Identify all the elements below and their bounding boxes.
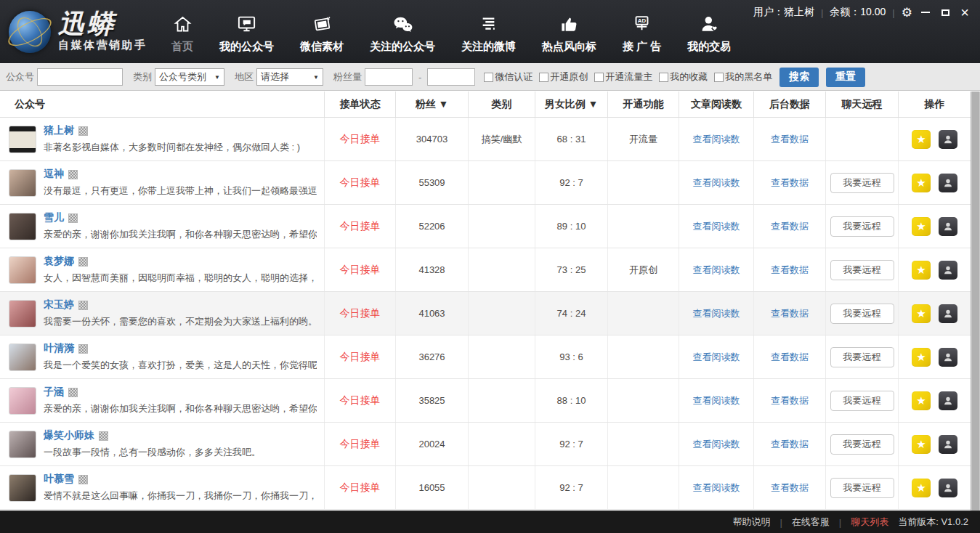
- filter-checkbox-2[interactable]: 开通流量主: [594, 70, 652, 84]
- favorite-star-button[interactable]: ★: [912, 130, 931, 149]
- fans-max-input[interactable]: [427, 68, 475, 86]
- search-button[interactable]: 搜索: [779, 68, 819, 87]
- qrcode-badge-icon[interactable]: [78, 257, 88, 266]
- view-data-link[interactable]: 查看数据: [771, 133, 809, 146]
- view-data-link[interactable]: 查看数据: [771, 394, 809, 407]
- online-service-link[interactable]: 在线客服: [792, 516, 830, 529]
- contact-person-button[interactable]: [939, 391, 957, 410]
- view-data-link[interactable]: 查看数据: [771, 438, 809, 451]
- account-name[interactable]: 子涵: [44, 386, 64, 399]
- nav-item-7[interactable]: 我的交易: [687, 13, 731, 54]
- view-reads-link[interactable]: 查看阅读数: [693, 351, 740, 364]
- view-reads-link[interactable]: 查看阅读数: [693, 264, 740, 277]
- view-data-link[interactable]: 查看数据: [771, 220, 809, 233]
- filter-checkbox-3[interactable]: 我的收藏: [659, 70, 708, 84]
- fans-min-input[interactable]: [365, 68, 413, 86]
- minimize-button[interactable]: [919, 6, 932, 19]
- scrollbar-thumb[interactable]: [972, 91, 979, 510]
- qrcode-badge-icon[interactable]: [78, 475, 88, 484]
- account-name[interactable]: 袁梦娜: [44, 255, 74, 268]
- account-name[interactable]: 猪上树: [44, 124, 74, 137]
- remote-button[interactable]: 我要远程: [830, 304, 894, 324]
- checkbox-icon[interactable]: [539, 73, 548, 82]
- remote-button[interactable]: 我要远程: [830, 347, 894, 367]
- view-reads-link[interactable]: 查看阅读数: [693, 176, 740, 190]
- column-header-4[interactable]: 男女比例 ▼: [535, 91, 608, 117]
- view-data-link[interactable]: 查看数据: [771, 351, 809, 364]
- filter-checkbox-4[interactable]: 我的黑名单: [714, 70, 772, 84]
- chat-list-link[interactable]: 聊天列表: [851, 516, 888, 529]
- view-data-link[interactable]: 查看数据: [771, 481, 809, 495]
- favorite-star-button[interactable]: ★: [912, 261, 931, 280]
- nav-item-4[interactable]: 关注的微博: [461, 13, 516, 54]
- favorite-star-button[interactable]: ★: [912, 348, 931, 367]
- star-icon: ★: [916, 307, 926, 320]
- column-header-2[interactable]: 粉丝 ▼: [396, 91, 469, 117]
- filter-checkbox-0[interactable]: 微信认证: [484, 70, 532, 84]
- contact-person-button[interactable]: [939, 130, 957, 149]
- qrcode-badge-icon[interactable]: [68, 170, 78, 179]
- view-reads-link[interactable]: 查看阅读数: [693, 438, 740, 451]
- qrcode-badge-icon[interactable]: [68, 388, 78, 397]
- view-reads-link[interactable]: 查看阅读数: [693, 220, 740, 233]
- nav-item-2[interactable]: 微信素材: [300, 13, 344, 54]
- checkbox-icon[interactable]: [484, 73, 493, 82]
- region-select-value: 请选择: [261, 70, 289, 84]
- qrcode-badge-icon[interactable]: [99, 431, 108, 441]
- view-data-link[interactable]: 查看数据: [771, 264, 809, 277]
- account-name[interactable]: 雪儿: [44, 211, 64, 224]
- contact-person-button[interactable]: [939, 479, 957, 497]
- nav-item-5[interactable]: 热点风向标: [542, 13, 596, 54]
- view-reads-link[interactable]: 查看阅读数: [693, 394, 740, 407]
- filter-checkbox-1[interactable]: 开通原创: [539, 70, 588, 84]
- qrcode-badge-icon[interactable]: [68, 213, 78, 223]
- remote-button[interactable]: 我要远程: [830, 391, 894, 411]
- favorite-star-button[interactable]: ★: [912, 304, 931, 323]
- reset-button[interactable]: 重置: [826, 68, 865, 87]
- contact-person-button[interactable]: [939, 261, 957, 280]
- contact-person-button[interactable]: [939, 217, 957, 236]
- qrcode-badge-icon[interactable]: [78, 301, 88, 310]
- vertical-scrollbar[interactable]: [971, 91, 980, 510]
- qrcode-badge-icon[interactable]: [78, 126, 88, 136]
- account-name[interactable]: 叶清漪: [44, 342, 74, 355]
- category-select[interactable]: 公众号类别 ▼: [155, 68, 224, 86]
- favorite-star-button[interactable]: ★: [912, 391, 931, 410]
- close-button[interactable]: ×: [958, 6, 971, 19]
- account-name[interactable]: 爆笑小师妹: [44, 429, 94, 442]
- view-reads-link[interactable]: 查看阅读数: [693, 133, 740, 146]
- favorite-star-button[interactable]: ★: [912, 479, 931, 497]
- favorite-star-button[interactable]: ★: [912, 174, 931, 192]
- contact-person-button[interactable]: [939, 304, 957, 323]
- contact-person-button[interactable]: [939, 348, 957, 367]
- favorite-star-button[interactable]: ★: [912, 435, 931, 454]
- remote-button[interactable]: 我要远程: [830, 216, 894, 237]
- remote-button[interactable]: 我要远程: [830, 478, 894, 498]
- remote-button[interactable]: 我要远程: [830, 260, 894, 280]
- favorite-star-button[interactable]: ★: [912, 217, 931, 236]
- checkbox-icon[interactable]: [714, 73, 724, 82]
- account-name[interactable]: 宋玉婷: [44, 298, 74, 312]
- remote-button[interactable]: 我要远程: [830, 173, 894, 193]
- settings-gear-icon[interactable]: ⚙: [902, 7, 912, 19]
- account-search-input[interactable]: [37, 68, 123, 86]
- nav-item-0[interactable]: 首页: [171, 13, 193, 54]
- checkbox-icon[interactable]: [659, 73, 668, 82]
- view-data-link[interactable]: 查看数据: [771, 307, 809, 320]
- checkbox-icon[interactable]: [594, 73, 604, 82]
- account-name[interactable]: 叶慕雪: [44, 473, 74, 486]
- qrcode-badge-icon[interactable]: [78, 344, 88, 354]
- view-reads-link[interactable]: 查看阅读数: [693, 307, 740, 320]
- help-link[interactable]: 帮助说明: [732, 516, 770, 529]
- account-name[interactable]: 逗神: [44, 168, 64, 181]
- nav-item-3[interactable]: 关注的公众号: [370, 13, 435, 54]
- contact-person-button[interactable]: [939, 435, 957, 454]
- remote-button[interactable]: 我要远程: [830, 434, 894, 455]
- maximize-button[interactable]: [939, 6, 952, 19]
- nav-item-1[interactable]: 我的公众号: [219, 13, 274, 54]
- nav-item-6[interactable]: AD 接 广 告: [623, 13, 661, 54]
- contact-person-button[interactable]: [939, 174, 957, 192]
- view-reads-link[interactable]: 查看阅读数: [693, 481, 740, 495]
- region-select[interactable]: 请选择 ▼: [256, 68, 323, 86]
- view-data-link[interactable]: 查看数据: [771, 176, 809, 190]
